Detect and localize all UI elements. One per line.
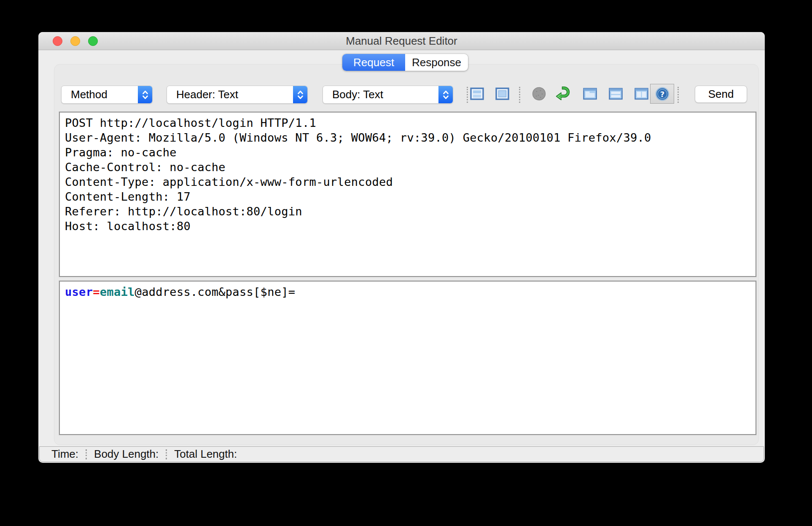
horizontal-split-view-icon[interactable] [608, 86, 624, 102]
total-length-label: Total Length: [174, 448, 237, 461]
status-separator [86, 449, 87, 459]
manual-request-editor-window: Manual Request Editor Request Response M… [38, 32, 765, 463]
break-icon[interactable] [531, 86, 547, 102]
time-label: Time: [51, 448, 78, 461]
toolbar-separator [678, 87, 679, 103]
method-dropdown-value: Method [62, 88, 108, 101]
body-length-label: Body Length: [94, 448, 159, 461]
follow-redirects-icon[interactable] [555, 86, 570, 102]
close-button[interactable] [53, 36, 62, 46]
svg-text:?: ? [660, 90, 664, 99]
status-separator [166, 449, 167, 459]
header-line: User-Agent: Mozilla/5.0 (Windows NT 6.3;… [65, 130, 750, 145]
send-button[interactable]: Send [695, 86, 747, 103]
chevron-up-down-icon [138, 86, 152, 103]
toolbar-separator [467, 87, 468, 103]
request-header-editor[interactable]: POST http://localhost/login HTTP/1.1User… [59, 112, 756, 277]
help-icon: ? [654, 86, 670, 102]
single-view-icon[interactable] [495, 86, 510, 102]
screen: Manual Request Editor Request Response M… [0, 0, 812, 526]
toolbar-separator [519, 87, 520, 103]
body-view-dropdown[interactable]: Body: Text [323, 86, 453, 104]
header-view-dropdown[interactable]: Header: Text [167, 86, 308, 104]
header-view-dropdown-value: Header: Text [167, 88, 238, 101]
request-body-editor[interactable]: user=email@address.com&pass[$ne]= [59, 281, 756, 435]
header-line: Referer: http://localhost:80/login [65, 204, 750, 219]
body-param-value: email [100, 285, 135, 298]
header-line: Pragma: no-cache [65, 145, 750, 160]
window-title: Manual Request Editor [38, 32, 765, 50]
traffic-lights [53, 36, 98, 46]
minimize-button[interactable] [70, 36, 80, 46]
tab-view-icon[interactable] [582, 86, 598, 102]
body-rest-text: @address.com&pass[$ne]= [135, 285, 296, 298]
combined-view-icon[interactable] [469, 86, 485, 102]
zoom-button[interactable] [88, 36, 98, 46]
tab-request[interactable]: Request [342, 54, 405, 71]
tab-response[interactable]: Response [405, 54, 468, 71]
status-bar: Time: Body Length: Total Length: [39, 446, 764, 462]
method-dropdown[interactable]: Method [61, 86, 153, 104]
chevron-up-down-icon [438, 86, 453, 103]
vertical-split-view-icon[interactable] [634, 86, 649, 102]
title-bar: Manual Request Editor [38, 32, 765, 50]
header-line: POST http://localhost/login HTTP/1.1 [65, 115, 750, 130]
header-line: Content-Length: 17 [65, 189, 750, 204]
header-line: Cache-Control: no-cache [65, 160, 750, 174]
help-button[interactable]: ? [650, 84, 674, 104]
chevron-up-down-icon [293, 86, 307, 103]
request-response-tabs: Request Response [342, 54, 468, 71]
header-line: Host: localhost:80 [65, 219, 750, 233]
body-equals-sign: = [93, 285, 100, 298]
body-param-name: user [65, 285, 93, 298]
header-line: Content-Type: application/x-www-form-url… [65, 174, 750, 189]
body-view-dropdown-value: Body: Text [323, 88, 383, 101]
